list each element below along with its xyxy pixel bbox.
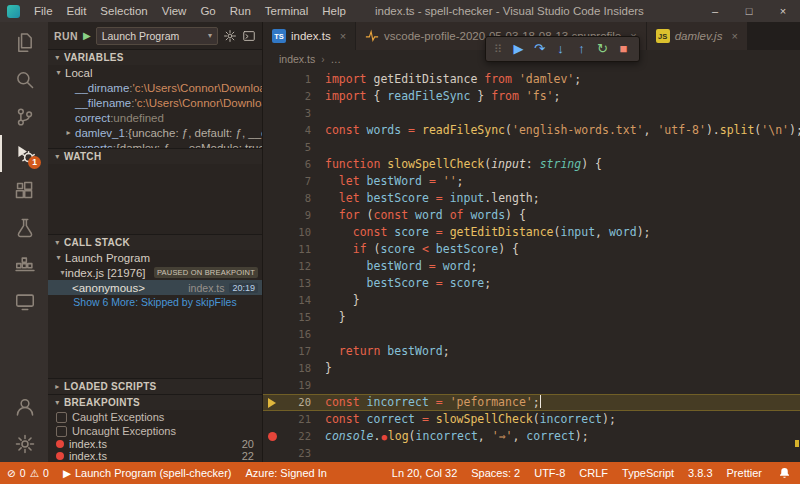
line-number[interactable]: 7 [281,173,311,190]
scope-row-local[interactable]: ▾ Local [48,65,262,80]
breakpoint-gutter[interactable] [263,360,281,377]
code-line[interactable]: 10 const score = getEditDistance(input, … [263,224,800,241]
variable-row[interactable]: ▸damlev_1: {uncache: ƒ, default: ƒ, __es… [48,125,262,140]
overview-ruler[interactable] [795,68,799,462]
source-control-icon[interactable] [0,98,48,135]
breadcrumb-segment[interactable]: … [331,53,342,65]
breakpoint-gutter[interactable] [263,309,281,326]
variables-section-header[interactable]: ▾ VARIABLES [48,49,262,65]
status-encoding[interactable]: UTF-8 [527,462,572,484]
line-number[interactable]: 3 [281,105,311,122]
checkbox-icon[interactable] [56,412,67,423]
status-cursor-position[interactable]: Ln 20, Col 32 [385,462,464,484]
call-stack-thread-row[interactable]: ▾ index.js [21976] PAUSED ON BREAKPOINT [48,265,262,280]
code-line[interactable]: 6function slowSpellCheck(input: string) … [263,156,800,173]
line-number[interactable]: 9 [281,207,311,224]
line-number[interactable]: 15 [281,309,311,326]
breakpoint-gutter[interactable] [263,224,281,241]
remote-icon[interactable] [0,283,48,320]
explorer-icon[interactable] [0,24,48,61]
extensions-icon[interactable] [0,172,48,209]
status-indentation[interactable]: Spaces: 2 [464,462,527,484]
line-number[interactable]: 12 [281,258,311,275]
tab-index.ts[interactable]: TSindex.ts× [263,22,356,50]
tab-damlev.js[interactable]: JSdamlev.js× [647,22,748,50]
docker-icon[interactable] [0,246,48,283]
call-stack-frame-row[interactable]: <anonymous> index.ts 20:19 [48,280,262,295]
code-line[interactable]: 3 [263,105,800,122]
code-line[interactable]: 9 for (const word of words) { [263,207,800,224]
status-debug-target[interactable]: ▶Launch Program (spell-checker) [56,462,239,484]
code-line[interactable]: 12 bestWord = word; [263,258,800,275]
code-line[interactable]: 20const incorrect = 'peformance'; [263,394,800,411]
stop-button[interactable]: ■ [613,37,634,61]
breakpoint-item[interactable]: index.ts22 [48,450,262,462]
breakpoint-gutter[interactable] [263,156,281,173]
watch-section-header[interactable]: ▾ WATCH [48,148,262,164]
loaded-scripts-section-header[interactable]: ▸ LOADED SCRIPTS [48,378,262,394]
breakpoint-gutter[interactable] [263,292,281,309]
step-out-button[interactable]: ↑ [571,37,592,61]
code-editor[interactable]: 1import getEditDistance from 'damlev';2i… [263,68,800,462]
line-number[interactable]: 13 [281,275,311,292]
menu-selection[interactable]: Selection [93,0,154,22]
breakpoint-gutter[interactable] [263,71,281,88]
launch-config-dropdown[interactable]: Launch Program ▾ [96,27,218,45]
show-more-link[interactable]: Show 6 More: Skipped by skipFiles [48,295,262,310]
breakpoint-gutter[interactable] [263,88,281,105]
breakpoint-gutter[interactable] [263,105,281,122]
close-icon[interactable]: × [731,30,737,42]
menu-view[interactable]: View [155,0,194,22]
breakpoint-gutter[interactable] [263,139,281,156]
search-icon[interactable] [0,61,48,98]
line-number[interactable]: 19 [281,377,311,394]
breakpoints-section-header[interactable]: ▾ BREAKPOINTS [48,394,262,410]
drag-handle[interactable]: ⠿ [491,43,505,56]
breakpoint-gutter[interactable] [263,445,281,462]
continue-button[interactable]: ▶ [508,37,529,61]
code-line[interactable]: 13 bestScore = score; [263,275,800,292]
breakpoint-gutter[interactable] [263,428,281,445]
status-formatter[interactable]: Prettier [720,462,769,484]
code-line[interactable]: 14 } [263,292,800,309]
code-line[interactable]: 23 [263,445,800,462]
close-icon[interactable]: × [340,30,346,42]
call-stack-session-row[interactable]: ▾ Launch Program [48,250,262,265]
code-line[interactable]: 22console.●log(incorrect, '⇒', correct); [263,428,800,445]
line-number[interactable]: 20 [281,394,311,411]
line-number[interactable]: 6 [281,156,311,173]
line-number[interactable]: 2 [281,88,311,105]
step-into-button[interactable]: ↓ [550,37,571,61]
call-stack-section-header[interactable]: ▾ CALL STACK [48,234,262,250]
line-number[interactable]: 4 [281,122,311,139]
line-number[interactable]: 5 [281,139,311,156]
breakpoint-gutter[interactable] [263,207,281,224]
breakpoint-option[interactable]: Uncaught Exceptions [48,424,262,438]
minimize-button[interactable]: – [698,0,732,22]
line-number[interactable]: 10 [281,224,311,241]
breakpoint-gutter[interactable] [263,275,281,292]
breakpoint-gutter[interactable] [263,241,281,258]
settings-icon[interactable] [0,425,48,462]
variable-row[interactable]: __dirname: 'c:\Users\Connor\Downloads\sp… [48,80,262,95]
status-azure[interactable]: Azure: Signed In [239,462,334,484]
start-debug-icon[interactable]: ▶ [83,30,91,41]
gear-icon[interactable] [223,29,237,43]
code-line[interactable]: 1import getEditDistance from 'damlev'; [263,71,800,88]
menu-run[interactable]: Run [223,0,258,22]
breakpoint-option[interactable]: Caught Exceptions [48,410,262,424]
line-number[interactable]: 17 [281,343,311,360]
status-problems[interactable]: ⊘0⚠0 [0,462,56,484]
line-number[interactable]: 14 [281,292,311,309]
code-line[interactable]: 21const correct = slowSpellCheck(incorre… [263,411,800,428]
notifications-bell-icon[interactable] [769,462,800,484]
menu-go[interactable]: Go [193,0,222,22]
account-icon[interactable] [0,388,48,425]
menu-edit[interactable]: Edit [60,0,94,22]
breakpoint-gutter[interactable] [263,343,281,360]
variable-row[interactable]: correct: undefined [48,110,262,125]
code-line[interactable]: 2import { readFileSync } from 'fs'; [263,88,800,105]
menu-help[interactable]: Help [315,0,353,22]
breakpoint-gutter[interactable] [263,190,281,207]
breakpoint-gutter[interactable] [263,258,281,275]
